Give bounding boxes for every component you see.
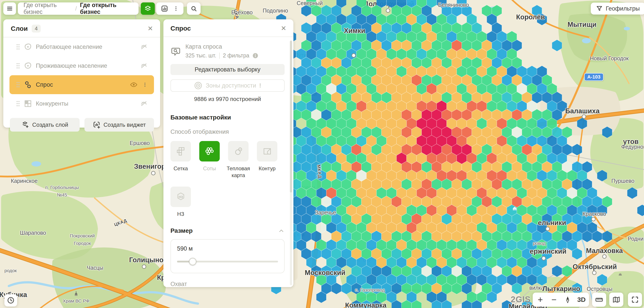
source-count: 325 тыс. шт.: [186, 52, 216, 59]
drag-handle-icon[interactable]: [14, 62, 22, 70]
scrollbar[interactable]: [290, 40, 292, 285]
area-blob-icon: [23, 42, 33, 51]
divider: [164, 36, 294, 37]
drag-handle-icon[interactable]: [14, 43, 22, 50]
mode-tile-1[interactable]: [170, 141, 191, 162]
layers-panel: Слои 4 ✕ Работающее населениеПроживающее…: [3, 19, 160, 128]
divider: [219, 52, 220, 59]
layer-row-2[interactable]: Проживающее население: [10, 56, 154, 75]
drag-handle-icon[interactable]: [14, 81, 22, 88]
svg-text:НЗ: НЗ: [178, 195, 183, 198]
mode-tile-3[interactable]: [228, 141, 248, 162]
close-icon[interactable]: ✕: [148, 25, 153, 32]
layer-row-3[interactable]: Спрос: [10, 75, 154, 94]
edit-selection-button[interactable]: Редактировать выборку: [170, 64, 284, 75]
basic-settings-title: Базовые настройки: [170, 114, 284, 121]
toolbox: [156, 2, 184, 15]
size-card: 590 м: [170, 239, 284, 273]
map-style-button[interactable]: [609, 292, 623, 307]
size-slider[interactable]: [177, 258, 278, 265]
hamburger-icon: [6, 5, 13, 12]
search-icon: [190, 5, 197, 12]
widgets-chart-button[interactable]: [161, 5, 168, 12]
close-icon[interactable]: ✕: [281, 25, 286, 32]
mode-tile-label: Соты: [203, 165, 216, 172]
fullscreen-icon: [631, 296, 639, 304]
layer-row-1[interactable]: Работающее население: [10, 38, 154, 56]
church-icon: [73, 290, 79, 297]
drag-handle-icon[interactable]: [14, 100, 22, 107]
add-layer-icon: [21, 121, 29, 129]
create-widget-label: Создать виджет: [104, 122, 146, 128]
builds-info: 9886 из 9970 построений: [170, 96, 284, 102]
funnel-icon: [596, 5, 603, 12]
layer-name: Работающее население: [36, 44, 102, 50]
honeycomb-mode-icon: [204, 146, 215, 157]
folded-map-icon: [612, 296, 620, 304]
eye-icon[interactable]: [129, 80, 138, 89]
create-layer-button[interactable]: Создать слой: [10, 118, 80, 132]
fullscreen-button[interactable]: [628, 292, 642, 307]
ruler-icon: [595, 296, 603, 304]
zoom-in-button[interactable]: +: [534, 292, 546, 307]
mode-tile-2[interactable]: [199, 141, 220, 162]
grid-table-icon: [23, 99, 33, 108]
slider-handle[interactable]: [189, 258, 196, 265]
eye-off-icon[interactable]: [140, 62, 148, 70]
layers-count-badge: 4: [32, 25, 41, 32]
breadcrumb-separator: /: [75, 5, 77, 12]
eye-off-icon[interactable]: [140, 100, 148, 108]
size-value: 590 м: [177, 245, 278, 252]
layer-row-4[interactable]: Конкуренты: [10, 94, 154, 113]
demand-panel: Спрос ✕ Карта спроса 325 тыс. шт. 2 филь…: [164, 19, 294, 287]
zones-target-icon: [194, 81, 202, 90]
nz-mode-button[interactable]: НЗ: [170, 186, 191, 207]
eye-off-icon[interactable]: [140, 43, 148, 51]
building-icon: [512, 206, 517, 212]
2gis-logo[interactable]: 2GIS: [511, 295, 531, 304]
display-mode-tiles: СеткаСотыТепловая картаКонтур: [170, 141, 284, 179]
demand-source-icon: [170, 44, 181, 59]
size-section-title: Размер: [170, 227, 193, 234]
history-clock-button[interactable]: [4, 294, 17, 306]
create-widget-button[interactable]: Создать виджет: [84, 118, 154, 132]
mode-tile-label: Сетка: [174, 165, 188, 172]
mode-tile-label: Тепловая карта: [226, 165, 250, 179]
coverage-label: Охват: [170, 281, 284, 287]
info-icon[interactable]: [252, 52, 258, 59]
3d-button[interactable]: 3D: [576, 292, 588, 307]
breadcrumb-parent[interactable]: Где открыть бизнес: [24, 2, 72, 16]
layers-toggle-button[interactable]: [141, 2, 155, 15]
layer-name: Проживающее население: [36, 62, 107, 69]
route-badge: А-103: [584, 73, 604, 81]
layers-list: Работающее населениеПроживающее населени…: [3, 38, 160, 113]
ruler-button[interactable]: [592, 292, 606, 307]
chevron-up-icon[interactable]: [278, 228, 284, 234]
accessibility-zones-button[interactable]: Зоны доступности !: [170, 80, 284, 92]
scrollbar-thumb[interactable]: [290, 41, 292, 192]
layers-panel-title: Слои: [11, 25, 28, 32]
zoom-out-button[interactable]: −: [548, 292, 560, 307]
grid-mode-icon: [176, 146, 186, 156]
layer-menu-kebab-icon[interactable]: [142, 82, 148, 88]
compass-icon[interactable]: [562, 292, 574, 307]
more-kebab-button[interactable]: [173, 5, 179, 12]
search-button[interactable]: [187, 2, 200, 15]
display-mode-label: Способ отображения: [170, 128, 284, 135]
demand-panel-title: Спрос: [170, 25, 191, 32]
add-widget-icon: [92, 121, 100, 129]
layer-name: Конкуренты: [36, 100, 68, 107]
breadcrumb[interactable]: Где открыть бизнес / Где открыть бизнес: [18, 2, 138, 15]
edit-selection-label: Редактировать выборку: [195, 66, 260, 73]
mode-tile-4[interactable]: [257, 141, 277, 162]
monument-icon: [618, 271, 623, 278]
heatmap-mode-icon: [233, 146, 244, 157]
mode-tile-label: Контур: [259, 165, 276, 172]
create-layer-label: Создать слой: [32, 122, 68, 128]
geofilters-button[interactable]: Геофильтры: [591, 3, 644, 14]
layers-icon: [144, 5, 152, 12]
zones-label: Зоны доступности: [206, 82, 256, 89]
clock-icon: [7, 296, 15, 304]
source-filters[interactable]: 2 фильтра: [223, 52, 249, 59]
menu-button[interactable]: [3, 2, 16, 15]
